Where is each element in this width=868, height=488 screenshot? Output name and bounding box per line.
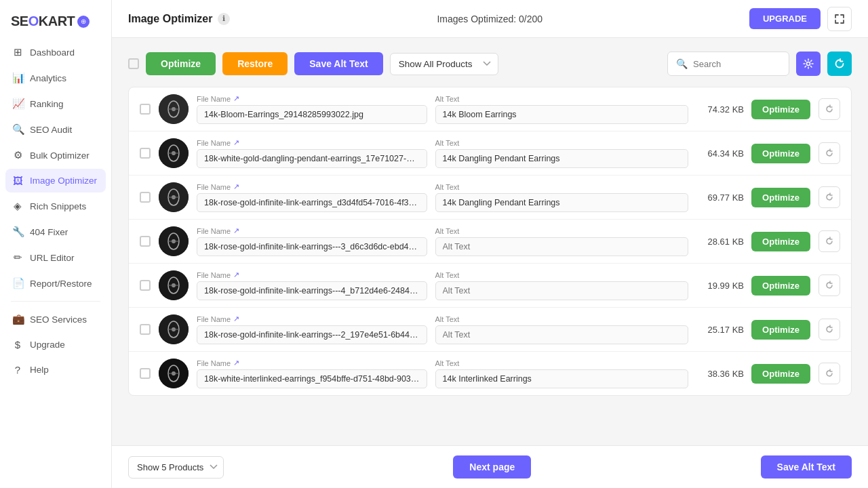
row-restore-button[interactable]	[818, 230, 840, 252]
thumb-image	[159, 138, 189, 168]
row-checkbox[interactable]	[140, 280, 151, 291]
product-thumbnail	[159, 270, 189, 300]
save-alt-text-button[interactable]: Save Alt Text	[294, 52, 382, 75]
restore-icon	[825, 148, 834, 158]
product-thumbnail	[159, 226, 189, 256]
file-name-label: File Name	[197, 359, 231, 367]
row-actions: Optimize	[752, 98, 840, 120]
file-name-field: File Name ↗	[197, 226, 427, 256]
row-restore-button[interactable]	[818, 98, 840, 120]
sidebar-item-url-editor[interactable]: ✏ URL Editor	[5, 245, 106, 270]
file-name-input[interactable]	[197, 325, 427, 344]
footer: Show 5 Products Next page Save Alt Text	[112, 445, 868, 488]
file-name-field: File Name ↗	[197, 138, 427, 168]
row-optimize-button[interactable]: Optimize	[751, 188, 810, 207]
sidebar-item-bulk-optimizer[interactable]: ⚙ Bulk Optimizer	[5, 143, 106, 167]
next-page-button[interactable]: Next page	[453, 455, 531, 479]
info-icon[interactable]: ℹ	[218, 13, 230, 25]
external-link-icon[interactable]: ↗	[233, 94, 239, 103]
sidebar-item-label: SEO Audit	[30, 125, 72, 135]
upgrade-button[interactable]: UPGRADE	[749, 8, 821, 29]
external-link-icon[interactable]: ↗	[233, 226, 239, 235]
save-alt-text-footer-button[interactable]: Save Alt Text	[761, 455, 852, 479]
product-thumbnail	[159, 94, 189, 124]
row-optimize-button[interactable]: Optimize	[751, 364, 810, 384]
sidebar-item-upgrade[interactable]: $ Upgrade	[5, 333, 106, 357]
file-name-input[interactable]	[197, 369, 427, 388]
row-restore-button[interactable]	[818, 274, 840, 296]
sidebar-item-dashboard[interactable]: ⊞ Dashboard	[5, 40, 106, 64]
restore-button[interactable]: Restore	[222, 52, 288, 75]
thumb-image	[159, 226, 189, 256]
file-name-input[interactable]	[197, 281, 427, 300]
file-name-input[interactable]	[197, 105, 427, 124]
table-row: File Name ↗ Alt Text 74.32 KB Optimize	[129, 87, 851, 131]
external-link-icon[interactable]: ↗	[233, 359, 239, 367]
table-row: File Name ↗ Alt Text 64.34 KB Optimize	[129, 131, 851, 176]
sidebar-item-seo-audit[interactable]: 🔍 SEO Audit	[5, 117, 106, 142]
row-optimize-button[interactable]: Optimize	[751, 232, 810, 251]
row-optimize-button[interactable]: Optimize	[751, 100, 810, 119]
alt-text-input[interactable]	[435, 193, 688, 212]
optimize-all-button[interactable]: Optimize	[146, 52, 216, 75]
nav-items: ⊞ Dashboard 📊 Analytics 📈 Ranking 🔍 SEO …	[0, 40, 111, 480]
seo-services-icon: 💼	[12, 313, 23, 325]
sidebar-item-seo-services[interactable]: 💼 SEO Services	[5, 307, 106, 331]
settings-button[interactable]	[796, 52, 821, 76]
external-link-icon[interactable]: ↗	[233, 138, 239, 147]
sidebar-item-rich-snippets[interactable]: ◈ Rich Snippets	[5, 194, 106, 218]
alt-text-input[interactable]	[435, 325, 688, 344]
file-name-input[interactable]	[197, 237, 427, 256]
product-thumbnail	[159, 182, 189, 212]
product-thumbnail	[159, 138, 189, 168]
alt-text-field: Alt Text	[435, 315, 688, 344]
logo: SEOKART ⊕	[0, 8, 111, 40]
alt-text-label: Alt Text	[435, 95, 460, 103]
expand-button[interactable]	[827, 7, 852, 31]
select-all-checkbox[interactable]	[128, 58, 139, 69]
sidebar-item-analytics[interactable]: 📊 Analytics	[5, 66, 106, 90]
alt-text-input[interactable]	[435, 369, 688, 388]
show-products-select[interactable]: Show All Products	[390, 53, 498, 75]
row-restore-button[interactable]	[818, 363, 840, 384]
refresh-button[interactable]	[827, 52, 852, 76]
thumb-image	[159, 314, 189, 344]
table-row: File Name ↗ Alt Text 38.36 KB Optimize	[129, 352, 851, 395]
file-name-input[interactable]	[197, 193, 427, 212]
row-optimize-button[interactable]: Optimize	[751, 276, 810, 296]
row-checkbox[interactable]	[140, 236, 151, 247]
product-thumbnail	[159, 314, 189, 344]
sidebar-item-help[interactable]: ? Help	[5, 358, 106, 382]
row-restore-button[interactable]	[818, 186, 840, 208]
row-actions: Optimize	[752, 363, 840, 384]
file-name-label: File Name	[197, 95, 231, 103]
restore-icon	[825, 237, 834, 246]
sidebar-item-image-optimizer[interactable]: 🖼 Image Optimizer	[5, 169, 106, 192]
sidebar-item-report-restore[interactable]: 📄 Report/Restore	[5, 271, 106, 296]
row-optimize-button[interactable]: Optimize	[751, 320, 810, 340]
row-restore-button[interactable]	[818, 142, 840, 164]
row-checkbox[interactable]	[140, 368, 151, 379]
sidebar-item-ranking[interactable]: 📈 Ranking	[5, 92, 106, 116]
row-checkbox[interactable]	[140, 324, 151, 335]
sidebar-item-404-fixer[interactable]: 🔧 404 Fixer	[5, 220, 106, 244]
row-checkbox[interactable]	[140, 104, 151, 115]
show-products-footer-select[interactable]: Show 5 Products	[128, 456, 224, 479]
svg-point-0	[807, 62, 810, 66]
external-link-icon[interactable]: ↗	[233, 270, 239, 279]
row-checkbox[interactable]	[140, 148, 151, 159]
row-checkbox[interactable]	[140, 192, 151, 203]
alt-text-input[interactable]	[435, 237, 688, 256]
file-name-input[interactable]	[197, 149, 427, 168]
row-restore-button[interactable]	[818, 319, 840, 340]
alt-text-input[interactable]	[435, 281, 688, 300]
external-link-icon[interactable]: ↗	[233, 314, 239, 323]
search-input[interactable]	[693, 59, 781, 69]
file-size: 25.17 KB	[696, 325, 744, 335]
row-optimize-button[interactable]: Optimize	[751, 144, 810, 163]
alt-text-input[interactable]	[435, 105, 688, 124]
sidebar-item-label: URL Editor	[30, 253, 75, 263]
alt-text-input[interactable]	[435, 149, 688, 168]
external-link-icon[interactable]: ↗	[233, 182, 239, 191]
main-area: Image Optimizer ℹ Images Optimized: 0/20…	[112, 0, 868, 488]
